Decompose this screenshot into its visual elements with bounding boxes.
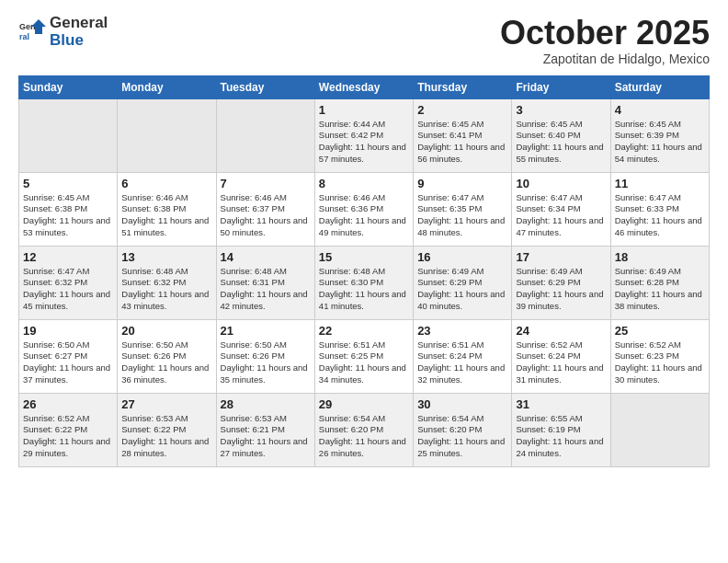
calendar-cell: 13Sunrise: 6:48 AM Sunset: 6:32 PM Dayli… (118, 246, 216, 319)
day-number: 2 (417, 103, 507, 117)
calendar-cell: 1Sunrise: 6:44 AM Sunset: 6:42 PM Daylig… (314, 98, 413, 172)
day-number: 6 (121, 177, 211, 190)
day-info: Sunrise: 6:45 AM Sunset: 6:39 PM Dayligh… (615, 119, 705, 166)
calendar-cell: 9Sunrise: 6:47 AM Sunset: 6:35 PM Daylig… (414, 172, 512, 246)
day-number: 5 (23, 177, 113, 190)
calendar-cell: 5Sunrise: 6:45 AM Sunset: 6:38 PM Daylig… (19, 172, 118, 246)
calendar-cell: 20Sunrise: 6:50 AM Sunset: 6:26 PM Dayli… (118, 319, 216, 393)
day-number: 21 (221, 324, 311, 338)
day-info: Sunrise: 6:47 AM Sunset: 6:33 PM Dayligh… (615, 192, 705, 239)
calendar-cell: 26Sunrise: 6:52 AM Sunset: 6:22 PM Dayli… (19, 393, 118, 466)
day-info: Sunrise: 6:52 AM Sunset: 6:24 PM Dayligh… (516, 339, 606, 386)
day-number: 1 (319, 103, 409, 117)
day-info: Sunrise: 6:44 AM Sunset: 6:42 PM Dayligh… (319, 119, 409, 166)
day-info: Sunrise: 6:50 AM Sunset: 6:26 PM Dayligh… (121, 339, 211, 386)
day-number: 29 (319, 397, 409, 411)
calendar-table: SundayMondayTuesdayWednesdayThursdayFrid… (18, 75, 710, 467)
day-number: 26 (23, 397, 113, 411)
day-number: 19 (23, 324, 113, 338)
calendar-cell: 16Sunrise: 6:49 AM Sunset: 6:29 PM Dayli… (414, 246, 512, 319)
calendar-cell: 25Sunrise: 6:52 AM Sunset: 6:23 PM Dayli… (610, 319, 709, 393)
day-number: 10 (516, 177, 606, 190)
calendar-week-row: 26Sunrise: 6:52 AM Sunset: 6:22 PM Dayli… (19, 393, 710, 466)
calendar-week-row: 5Sunrise: 6:45 AM Sunset: 6:38 PM Daylig… (19, 172, 710, 246)
calendar-week-row: 19Sunrise: 6:50 AM Sunset: 6:27 PM Dayli… (19, 319, 710, 393)
calendar-cell: 4Sunrise: 6:45 AM Sunset: 6:39 PM Daylig… (610, 98, 709, 172)
day-info: Sunrise: 6:46 AM Sunset: 6:38 PM Dayligh… (121, 192, 211, 239)
calendar-cell: 23Sunrise: 6:51 AM Sunset: 6:24 PM Dayli… (414, 319, 512, 393)
day-info: Sunrise: 6:45 AM Sunset: 6:40 PM Dayligh… (516, 119, 606, 166)
day-info: Sunrise: 6:48 AM Sunset: 6:30 PM Dayligh… (319, 266, 409, 313)
day-info: Sunrise: 6:47 AM Sunset: 6:32 PM Dayligh… (23, 266, 113, 313)
calendar-cell: 18Sunrise: 6:49 AM Sunset: 6:28 PM Dayli… (610, 246, 709, 319)
calendar-week-row: 12Sunrise: 6:47 AM Sunset: 6:32 PM Dayli… (19, 246, 710, 319)
weekday-header-sunday: Sunday (19, 75, 118, 98)
day-info: Sunrise: 6:49 AM Sunset: 6:28 PM Dayligh… (615, 266, 705, 313)
calendar-cell: 15Sunrise: 6:48 AM Sunset: 6:30 PM Dayli… (314, 246, 413, 319)
calendar-cell: 7Sunrise: 6:46 AM Sunset: 6:37 PM Daylig… (216, 172, 314, 246)
calendar-cell (610, 393, 709, 466)
calendar-cell: 29Sunrise: 6:54 AM Sunset: 6:20 PM Dayli… (314, 393, 413, 466)
calendar-cell: 24Sunrise: 6:52 AM Sunset: 6:24 PM Dayli… (512, 319, 610, 393)
day-info: Sunrise: 6:49 AM Sunset: 6:29 PM Dayligh… (417, 266, 507, 313)
calendar-cell: 28Sunrise: 6:53 AM Sunset: 6:21 PM Dayli… (216, 393, 314, 466)
day-number: 22 (319, 324, 409, 338)
day-number: 11 (615, 177, 705, 190)
weekday-header-monday: Monday (118, 75, 216, 98)
day-number: 16 (417, 250, 507, 264)
day-info: Sunrise: 6:50 AM Sunset: 6:27 PM Dayligh… (23, 339, 113, 386)
weekday-header-saturday: Saturday (610, 75, 709, 98)
weekday-header-wednesday: Wednesday (314, 75, 413, 98)
day-number: 24 (516, 324, 606, 338)
day-info: Sunrise: 6:52 AM Sunset: 6:22 PM Dayligh… (23, 413, 113, 460)
day-number: 12 (23, 250, 113, 264)
weekday-header-friday: Friday (512, 75, 610, 98)
logo: Gene ral General Blue (18, 15, 108, 49)
calendar-cell (19, 98, 118, 172)
day-number: 23 (417, 324, 507, 338)
day-number: 31 (516, 397, 606, 411)
logo-general: General (50, 15, 108, 32)
day-number: 7 (221, 177, 311, 190)
day-info: Sunrise: 6:46 AM Sunset: 6:37 PM Dayligh… (221, 192, 311, 239)
weekday-header-thursday: Thursday (414, 75, 512, 98)
day-info: Sunrise: 6:45 AM Sunset: 6:38 PM Dayligh… (23, 192, 113, 239)
location-subtitle: Zapotitan de Hidalgo, Mexico (500, 52, 710, 66)
svg-text:ral: ral (19, 32, 29, 41)
day-info: Sunrise: 6:48 AM Sunset: 6:31 PM Dayligh… (221, 266, 311, 313)
day-number: 18 (615, 250, 705, 264)
day-info: Sunrise: 6:47 AM Sunset: 6:34 PM Dayligh… (516, 192, 606, 239)
calendar-week-row: 1Sunrise: 6:44 AM Sunset: 6:42 PM Daylig… (19, 98, 710, 172)
weekday-header-row: SundayMondayTuesdayWednesdayThursdayFrid… (19, 75, 710, 98)
calendar-cell: 3Sunrise: 6:45 AM Sunset: 6:40 PM Daylig… (512, 98, 610, 172)
day-info: Sunrise: 6:54 AM Sunset: 6:20 PM Dayligh… (417, 413, 507, 460)
day-number: 27 (121, 397, 211, 411)
day-number: 9 (417, 177, 507, 190)
day-number: 30 (417, 397, 507, 411)
day-number: 3 (516, 103, 606, 117)
day-info: Sunrise: 6:47 AM Sunset: 6:35 PM Dayligh… (417, 192, 507, 239)
calendar-cell: 19Sunrise: 6:50 AM Sunset: 6:27 PM Dayli… (19, 319, 118, 393)
day-info: Sunrise: 6:54 AM Sunset: 6:20 PM Dayligh… (319, 413, 409, 460)
logo-text-block: General Blue (50, 15, 108, 49)
calendar-cell: 8Sunrise: 6:46 AM Sunset: 6:36 PM Daylig… (314, 172, 413, 246)
page: Gene ral General Blue October 2025 Zapot… (0, 0, 728, 563)
day-info: Sunrise: 6:53 AM Sunset: 6:22 PM Dayligh… (121, 413, 211, 460)
day-info: Sunrise: 6:52 AM Sunset: 6:23 PM Dayligh… (615, 339, 705, 386)
day-info: Sunrise: 6:46 AM Sunset: 6:36 PM Dayligh… (319, 192, 409, 239)
weekday-header-tuesday: Tuesday (216, 75, 314, 98)
calendar-cell: 11Sunrise: 6:47 AM Sunset: 6:33 PM Dayli… (610, 172, 709, 246)
calendar-cell: 17Sunrise: 6:49 AM Sunset: 6:29 PM Dayli… (512, 246, 610, 319)
day-info: Sunrise: 6:50 AM Sunset: 6:26 PM Dayligh… (221, 339, 311, 386)
day-info: Sunrise: 6:51 AM Sunset: 6:25 PM Dayligh… (319, 339, 409, 386)
day-info: Sunrise: 6:49 AM Sunset: 6:29 PM Dayligh… (516, 266, 606, 313)
calendar-cell: 12Sunrise: 6:47 AM Sunset: 6:32 PM Dayli… (19, 246, 118, 319)
title-block: October 2025 Zapotitan de Hidalgo, Mexic… (500, 15, 710, 66)
day-number: 13 (121, 250, 211, 264)
day-number: 8 (319, 177, 409, 190)
day-info: Sunrise: 6:53 AM Sunset: 6:21 PM Dayligh… (221, 413, 311, 460)
calendar-cell: 22Sunrise: 6:51 AM Sunset: 6:25 PM Dayli… (314, 319, 413, 393)
calendar-cell (118, 98, 216, 172)
day-info: Sunrise: 6:48 AM Sunset: 6:32 PM Dayligh… (121, 266, 211, 313)
day-number: 28 (221, 397, 311, 411)
